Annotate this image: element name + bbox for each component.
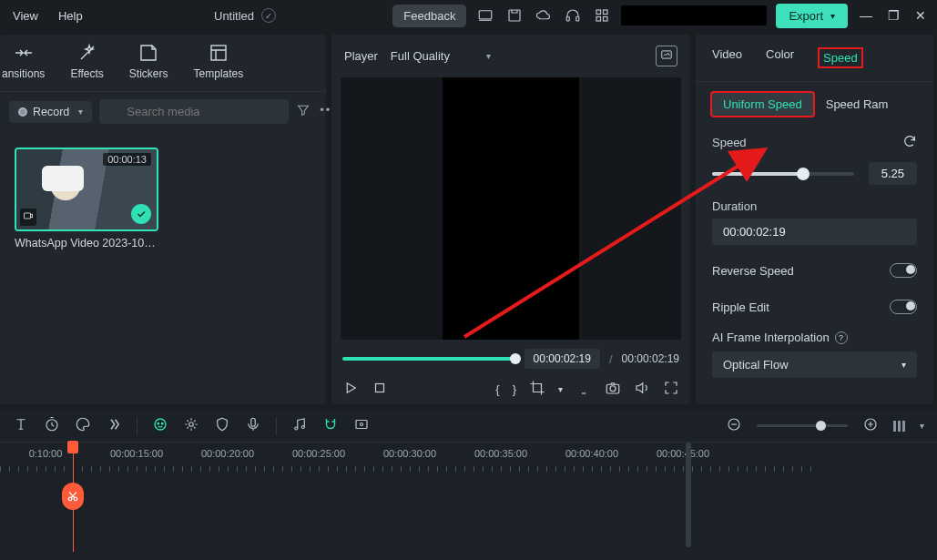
window-maximize[interactable]: ❐ [884,8,902,23]
chevron-down-icon[interactable]: ▾ [920,421,924,431]
music-icon[interactable] [291,416,308,435]
menu-bar: View Help Untitled ✓ Feedback Export ▾ —… [0,0,937,31]
clip-duration: 00:00:13 [103,153,151,166]
video-frame [443,77,579,340]
document-title: Untitled ✓ [214,8,276,23]
zoom-in-icon[interactable] [862,416,879,435]
fullscreen-icon[interactable] [663,380,679,399]
svg-rect-12 [376,384,384,392]
interpolation-dropdown[interactable]: Optical Flow ▾ [712,351,917,378]
svg-rect-6 [596,17,601,22]
chevron-down-icon: ▾ [78,107,83,117]
speed-slider[interactable] [712,172,854,176]
more-tools-icon[interactable] [106,416,122,435]
window-minimize[interactable]: — [857,8,875,23]
reset-icon[interactable] [902,134,917,151]
speed-ramp-button[interactable]: Speed Ram [826,97,889,111]
tab-stickers[interactable]: Stickers [129,42,168,80]
interpolation-label: AI Frame Interpolation [712,331,830,344]
mark-in-icon[interactable]: { [495,382,499,396]
magnet-icon[interactable] [322,416,339,435]
sparkle-icon[interactable] [183,416,199,435]
duration-label: Duration [712,199,757,213]
inspector-panel: Video Color Speed Uniform Speed Speed Ra… [696,35,933,404]
palette-icon[interactable] [75,416,91,435]
svg-point-20 [189,423,194,427]
feedback-button[interactable]: Feedback [392,5,466,27]
player-label: Player [344,49,378,63]
tab-templates[interactable]: Templates [194,42,244,80]
playhead-handle[interactable] [67,441,78,453]
mic-icon[interactable] [245,416,261,435]
ripple-edit-toggle[interactable] [890,300,917,314]
quality-dropdown[interactable]: Full Quality ▾ [391,49,491,63]
zoom-out-icon[interactable] [726,416,742,435]
cloud-icon[interactable] [534,5,554,25]
tab-color[interactable]: Color [766,47,794,68]
play-button[interactable] [342,380,359,399]
zoom-slider[interactable] [757,424,848,427]
svg-point-23 [301,426,304,429]
mark-out-icon[interactable]: } [513,382,516,396]
timeline-ruler[interactable]: 0:10:0000:00:15:0000:00:20:0000:00:25:00… [0,443,937,479]
track-view-icon[interactable] [893,421,905,432]
chevron-down-icon[interactable]: ▾ [558,384,563,394]
duration-field[interactable]: 00:00:02:19 [712,219,917,245]
chevron-down-icon: ▾ [901,360,906,370]
playback-scrubber[interactable] [342,357,515,361]
ruler-label: 00:00:25:00 [273,448,364,459]
timer-icon[interactable] [44,416,60,435]
ai-icon[interactable] [152,416,168,435]
save-status-icon: ✓ [261,8,276,23]
reverse-speed-toggle[interactable] [890,263,917,278]
media-clip[interactable]: 00:00:13 [15,148,158,231]
camera-icon[interactable] [605,380,621,399]
menu-view[interactable]: View [13,9,38,23]
uniform-speed-button[interactable]: Uniform Speed [710,91,815,117]
frame-icon[interactable] [353,416,370,435]
svg-point-19 [162,423,164,425]
device-icon[interactable] [475,5,495,25]
cut-marker[interactable] [62,483,84,510]
crop-icon[interactable] [529,380,545,399]
speed-label: Speed [712,136,747,149]
svg-rect-0 [480,11,493,19]
stop-button[interactable] [372,380,388,399]
record-button[interactable]: Record ▾ [9,101,92,123]
ruler-label: 00:00:20:00 [182,448,273,459]
text-tool-icon[interactable] [13,416,29,435]
export-button[interactable]: Export ▾ [776,4,848,28]
search-input[interactable] [99,99,289,124]
tab-speed[interactable]: Speed [818,47,863,68]
player-viewport[interactable] [341,77,681,340]
svg-point-15 [610,386,616,392]
ruler-label: 00:00:35:00 [455,448,546,459]
ruler-label: 00:00:40:00 [546,448,637,459]
filter-icon[interactable] [296,103,311,120]
record-icon [18,107,27,117]
tab-video[interactable]: Video [712,47,742,68]
svg-rect-10 [25,213,31,219]
timeline-scrollbar[interactable] [686,443,691,547]
total-time: 00:00:02:19 [622,352,679,365]
help-icon[interactable]: ? [835,331,848,344]
video-icon [20,209,36,226]
snapshot-icon[interactable] [656,46,677,66]
export-label: Export [789,9,823,23]
menu-help[interactable]: Help [58,9,83,23]
volume-icon[interactable] [634,380,650,399]
display-icon[interactable] [575,380,592,399]
clip-thumbnail: 00:00:13 [16,149,157,229]
current-time: 00:00:02:19 [525,349,600,369]
svg-rect-5 [604,10,608,15]
headphones-icon[interactable] [563,5,583,25]
shield-icon[interactable] [214,416,230,435]
speed-value[interactable]: 5.25 [869,162,917,185]
window-close[interactable]: ✕ [912,8,930,23]
tab-effects[interactable]: Effects [70,42,103,80]
ruler-label: 00:00:30:00 [364,448,455,459]
tab-transitions[interactable]: ansitions [2,42,45,80]
apps-icon[interactable] [592,5,612,25]
save-icon[interactable] [504,5,525,25]
svg-rect-4 [596,10,601,15]
